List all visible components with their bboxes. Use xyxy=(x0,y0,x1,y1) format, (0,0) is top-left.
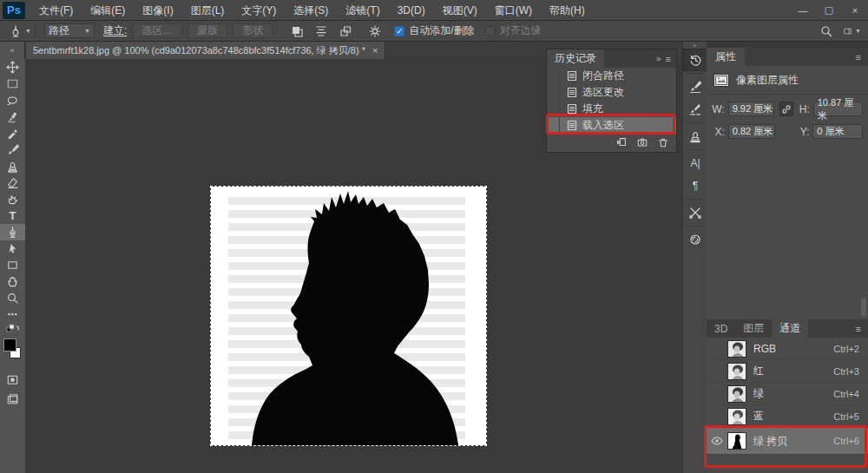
workspace-switcher-icon[interactable]: ▼ xyxy=(844,23,861,40)
auto-add-delete-checkbox[interactable]: ✓ 自动添加/删除 xyxy=(394,23,474,38)
minimize-button[interactable]: — xyxy=(790,0,816,21)
tool-preset-picker[interactable]: ▼ xyxy=(0,23,36,39)
history-item-load-selection[interactable]: 载入选区 xyxy=(547,117,676,134)
tool-presets-panel-icon[interactable] xyxy=(683,201,707,224)
menu-filter[interactable]: 滤镜(T) xyxy=(337,0,388,21)
panel-menu-icon[interactable]: ≡ xyxy=(856,324,868,334)
tab-channels[interactable]: 通道 xyxy=(772,319,808,338)
navigator-panel-icon[interactable] xyxy=(683,228,707,251)
foreground-background-swatches[interactable] xyxy=(0,337,25,365)
menu-layer[interactable]: 图层(L) xyxy=(182,0,233,21)
edit-toolbar-button[interactable]: ⋯ xyxy=(0,306,25,323)
path-operations-icon[interactable] xyxy=(288,23,306,40)
make-shape-button[interactable]: 形状 xyxy=(233,23,273,38)
channel-row-green[interactable]: 绿 Ctrl+4 xyxy=(707,383,868,405)
move-tool[interactable] xyxy=(0,59,25,76)
tab-3d[interactable]: 3D xyxy=(707,319,735,338)
history-item-fill[interactable]: 填充 xyxy=(547,101,676,117)
rectangle-tool[interactable] xyxy=(0,257,25,273)
new-snapshot-icon[interactable] xyxy=(636,136,648,148)
panel-menu-icon[interactable]: ≡ xyxy=(856,52,868,62)
document-image[interactable] xyxy=(211,187,486,445)
menu-bar: Ps 文件(F) 编辑(E) 图像(I) 图层(L) 文字(Y) 选择(S) 滤… xyxy=(0,0,868,21)
clone-stamp-tool[interactable] xyxy=(0,158,25,174)
properties-header-label: 像素图层属性 xyxy=(736,73,799,88)
eraser-tool[interactable] xyxy=(0,174,25,191)
history-source-checkbox[interactable] xyxy=(547,117,560,134)
tools-collapse-toggle[interactable]: » xyxy=(0,42,25,59)
menu-file[interactable]: 文件(F) xyxy=(30,0,82,21)
channel-row-rgb[interactable]: RGB Ctrl+2 xyxy=(707,338,868,360)
menu-type[interactable]: 文字(Y) xyxy=(233,0,285,21)
right-panel-dock: 属性 ≡ 像素图层属性 W: 9.92 厘米 H: 10.87 厘米 X: 0.… xyxy=(707,42,868,473)
history-item-label: 选区更改 xyxy=(582,85,624,100)
menu-select[interactable]: 选择(S) xyxy=(285,0,337,21)
history-source-checkbox[interactable] xyxy=(547,84,560,101)
link-dimensions-icon[interactable] xyxy=(779,102,793,116)
history-state-icon xyxy=(567,103,577,115)
path-arrangement-icon[interactable] xyxy=(337,23,354,40)
history-item-close-path[interactable]: 闭合路径 xyxy=(547,68,676,84)
gear-icon[interactable] xyxy=(366,23,384,40)
smudge-tool[interactable] xyxy=(0,191,25,207)
hand-tool[interactable] xyxy=(0,273,25,290)
visibility-eye-icon[interactable] xyxy=(707,437,727,445)
tab-layers[interactable]: 图层 xyxy=(735,319,772,338)
quick-mask-button[interactable] xyxy=(0,371,25,388)
close-button[interactable]: × xyxy=(842,0,868,21)
tool-mode-select[interactable]: 路径 ▼ xyxy=(44,23,95,38)
lasso-tool[interactable] xyxy=(0,92,25,108)
paragraph-panel-icon[interactable]: ¶ xyxy=(683,174,707,197)
make-selection-button[interactable]: 选区… xyxy=(132,23,182,38)
properties-tab[interactable]: 属性 xyxy=(707,48,745,66)
photoshop-logo: Ps xyxy=(3,2,25,19)
history-source-checkbox[interactable] xyxy=(547,68,560,84)
y-field[interactable]: 0 厘米 xyxy=(812,124,863,139)
search-icon[interactable] xyxy=(818,23,835,40)
document-tab[interactable]: 5entbmrft1k28.jpg @ 100% (cd9a012073a8c7… xyxy=(26,42,385,59)
channel-row-blue[interactable]: 蓝 Ctrl+5 xyxy=(707,405,868,428)
panel-scrollbar[interactable] xyxy=(861,298,866,317)
properties-panel: 像素图层属性 W: 9.92 厘米 H: 10.87 厘米 X: 0.82 厘米… xyxy=(707,66,868,319)
history-source-checkbox[interactable] xyxy=(547,101,560,117)
x-field[interactable]: 0.82 厘米 xyxy=(728,124,775,139)
path-alignment-icon[interactable] xyxy=(312,23,330,40)
rectangular-marquee-tool[interactable] xyxy=(0,76,25,92)
menu-view[interactable]: 视图(V) xyxy=(434,0,486,21)
menu-edit[interactable]: 编辑(E) xyxy=(82,0,134,21)
brush-tool[interactable] xyxy=(0,141,25,158)
eyedropper-tool[interactable] xyxy=(0,125,25,141)
foreground-color-swatch[interactable] xyxy=(3,338,16,351)
height-field[interactable]: 10.87 厘米 xyxy=(813,102,863,116)
history-item-selection-change[interactable]: 选区更改 xyxy=(547,84,676,101)
delete-state-icon[interactable] xyxy=(657,136,669,148)
history-panel-icon[interactable] xyxy=(683,49,707,71)
collapse-panel-icon[interactable]: » xyxy=(654,54,664,63)
width-field[interactable]: 9.92 厘米 xyxy=(728,102,775,116)
expand-dock-icon[interactable]: » xyxy=(683,42,707,49)
menu-image[interactable]: 图像(I) xyxy=(134,0,181,21)
panel-menu-icon[interactable]: ≡ xyxy=(664,54,676,64)
channel-row-green-copy[interactable]: 绿 拷贝 Ctrl+6 xyxy=(707,428,868,455)
brush-settings-panel-icon[interactable] xyxy=(683,76,707,98)
new-document-from-state-icon[interactable] xyxy=(615,136,628,148)
make-mask-button[interactable]: 蒙版 xyxy=(187,23,227,38)
screen-mode-button[interactable] xyxy=(0,391,25,408)
path-selection-tool[interactable] xyxy=(0,240,25,257)
brushes-panel-icon[interactable] xyxy=(683,98,707,121)
zoom-tool[interactable] xyxy=(0,290,25,306)
maximize-button[interactable]: ▢ xyxy=(816,0,842,21)
default-swap-colors[interactable] xyxy=(0,323,25,335)
menu-3d[interactable]: 3D(D) xyxy=(389,0,434,21)
tab-close-icon[interactable]: × xyxy=(372,45,378,56)
menu-help[interactable]: 帮助(H) xyxy=(541,0,594,21)
channel-row-red[interactable]: 红 Ctrl+3 xyxy=(707,360,868,383)
type-tool[interactable]: T xyxy=(0,207,25,224)
quick-selection-tool[interactable] xyxy=(0,108,25,125)
channel-thumbnail xyxy=(727,363,746,380)
character-panel-icon[interactable]: A| xyxy=(683,152,707,174)
history-tab[interactable]: 历史记录 xyxy=(547,49,604,68)
menu-window[interactable]: 窗口(W) xyxy=(486,0,541,21)
pen-tool[interactable] xyxy=(0,224,25,240)
clone-source-panel-icon[interactable] xyxy=(683,125,707,148)
